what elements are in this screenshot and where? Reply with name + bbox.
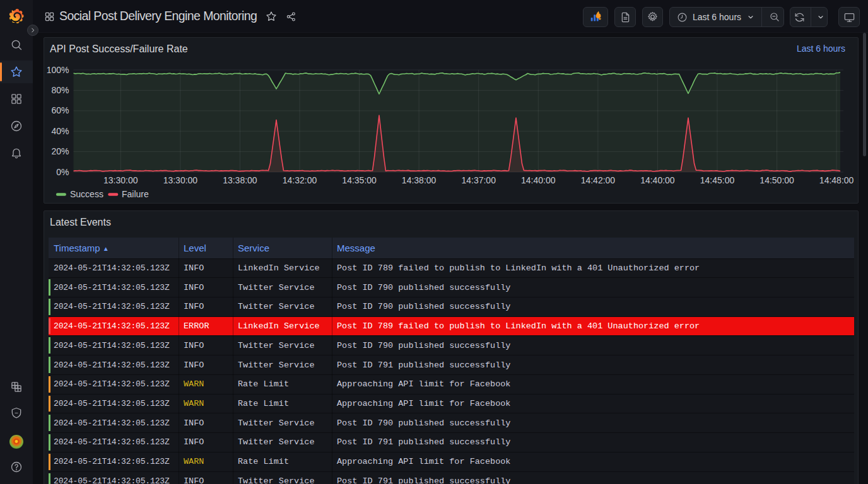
svg-text:0%: 0% [56, 167, 69, 177]
svg-text:13:30:00: 13:30:00 [103, 175, 138, 185]
svg-text:Failure: Failure [122, 189, 149, 199]
svg-text:14:35:00: 14:35:00 [342, 175, 377, 185]
svg-text:13:38:00: 13:38:00 [223, 175, 257, 185]
svg-text:20%: 20% [51, 146, 69, 156]
svg-text:13:30:00: 13:30:00 [163, 175, 198, 185]
svg-text:14:48:00: 14:48:00 [819, 175, 854, 185]
svg-text:14:40:00: 14:40:00 [640, 175, 675, 185]
svg-text:14:38:00: 14:38:00 [402, 175, 437, 185]
svg-text:80%: 80% [51, 85, 69, 95]
svg-text:14:32:00: 14:32:00 [283, 175, 317, 185]
svg-text:40%: 40% [51, 126, 69, 136]
svg-text:Success: Success [70, 189, 103, 199]
svg-text:14:50:00: 14:50:00 [760, 175, 794, 185]
svg-text:14:45:00: 14:45:00 [700, 175, 735, 185]
svg-text:14:37:00: 14:37:00 [461, 175, 496, 185]
svg-text:100%: 100% [47, 65, 69, 75]
svg-text:14:40:00: 14:40:00 [521, 175, 556, 185]
svg-text:14:42:00: 14:42:00 [581, 175, 616, 185]
svg-text:60%: 60% [51, 105, 69, 115]
